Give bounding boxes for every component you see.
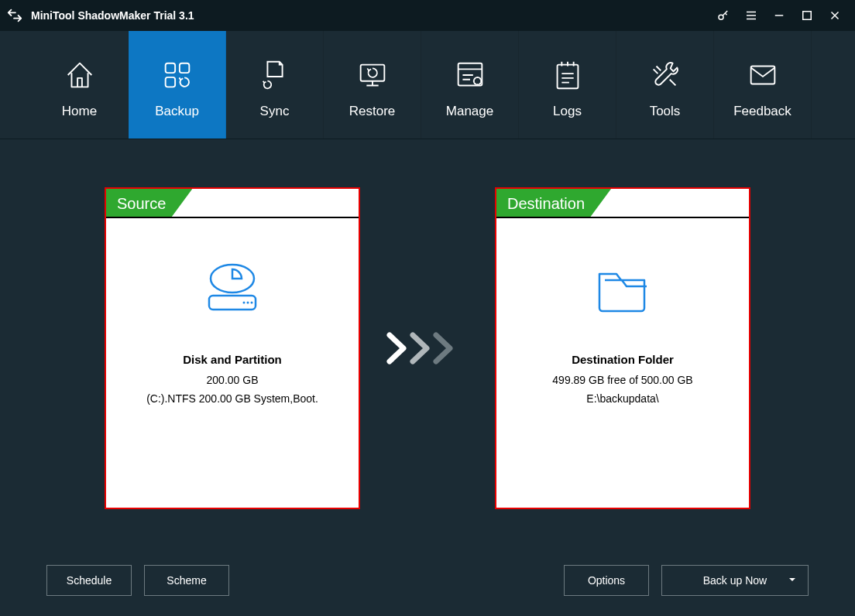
backup-now-button[interactable]: Back up Now bbox=[661, 565, 809, 596]
svg-point-13 bbox=[251, 302, 253, 304]
restore-icon bbox=[355, 56, 390, 94]
source-header: Source bbox=[106, 189, 359, 218]
source-tab-label: Source bbox=[106, 189, 192, 218]
content-area: Source Disk and Partition 200.00 GB (C:)… bbox=[0, 139, 855, 557]
key-icon[interactable] bbox=[709, 0, 737, 31]
logo-icon bbox=[6, 7, 23, 24]
minimize-button[interactable] bbox=[765, 0, 793, 31]
source-detail: (C:).NTFS 200.00 GB System,Boot. bbox=[146, 392, 318, 405]
arrow-icon bbox=[385, 329, 470, 368]
manage-icon bbox=[452, 56, 488, 94]
home-icon bbox=[62, 56, 98, 94]
nav-tools[interactable]: Tools bbox=[616, 31, 714, 139]
chevron-down-icon bbox=[788, 574, 797, 587]
feedback-icon bbox=[745, 56, 781, 94]
menu-icon[interactable] bbox=[737, 0, 765, 31]
nav-label: Manage bbox=[446, 104, 493, 119]
svg-rect-9 bbox=[750, 66, 774, 84]
main-nav: Home Backup Sync bbox=[0, 31, 855, 139]
nav-label: Sync bbox=[260, 104, 290, 119]
source-size: 200.00 GB bbox=[207, 374, 259, 386]
source-card[interactable]: Source Disk and Partition 200.00 GB (C:)… bbox=[105, 187, 360, 509]
svg-rect-5 bbox=[360, 64, 384, 80]
destination-path: E:\backupdata\ bbox=[586, 392, 658, 405]
svg-point-12 bbox=[247, 302, 249, 304]
svg-rect-2 bbox=[165, 63, 174, 72]
folder-icon bbox=[588, 257, 658, 322]
scheme-button[interactable]: Scheme bbox=[144, 565, 229, 596]
logs-icon bbox=[550, 56, 585, 94]
destination-card[interactable]: Destination Destination Folder 499.89 GB… bbox=[495, 187, 750, 509]
tools-icon bbox=[647, 56, 683, 94]
disk-icon bbox=[197, 257, 267, 322]
nav-sync[interactable]: Sync bbox=[226, 31, 324, 139]
schedule-button[interactable]: Schedule bbox=[46, 565, 132, 596]
svg-rect-3 bbox=[179, 63, 188, 72]
source-title: Disk and Partition bbox=[183, 353, 282, 366]
app-logo: MiniTool ShadowMaker Trial 3.1 bbox=[6, 7, 194, 24]
backup-now-label: Back up Now bbox=[703, 574, 767, 587]
svg-point-0 bbox=[719, 15, 723, 19]
options-button[interactable]: Options bbox=[564, 565, 649, 596]
titlebar: MiniTool ShadowMaker Trial 3.1 bbox=[0, 0, 855, 31]
sync-icon bbox=[257, 56, 293, 94]
nav-label: Tools bbox=[650, 104, 681, 119]
svg-rect-4 bbox=[165, 77, 174, 86]
maximize-button[interactable] bbox=[793, 0, 821, 31]
nav-label: Feedback bbox=[733, 104, 791, 119]
svg-point-11 bbox=[243, 302, 246, 304]
nav-label: Restore bbox=[349, 104, 396, 119]
nav-logs[interactable]: Logs bbox=[519, 31, 616, 139]
svg-rect-8 bbox=[557, 64, 578, 88]
nav-label: Logs bbox=[553, 104, 582, 119]
destination-title: Destination Folder bbox=[572, 353, 674, 366]
nav-label: Home bbox=[62, 104, 97, 119]
nav-home[interactable]: Home bbox=[31, 31, 129, 139]
nav-feedback[interactable]: Feedback bbox=[714, 31, 812, 139]
destination-header: Destination bbox=[496, 189, 749, 218]
nav-label: Backup bbox=[155, 104, 199, 119]
svg-rect-1 bbox=[803, 12, 812, 20]
destination-tab-label: Destination bbox=[496, 189, 611, 218]
app-title: MiniTool ShadowMaker Trial 3.1 bbox=[31, 9, 194, 22]
backup-icon bbox=[160, 56, 195, 94]
nav-backup[interactable]: Backup bbox=[129, 31, 226, 139]
nav-restore[interactable]: Restore bbox=[324, 31, 421, 139]
close-button[interactable] bbox=[821, 0, 849, 31]
footer: Schedule Scheme Options Back up Now bbox=[0, 557, 855, 604]
nav-manage[interactable]: Manage bbox=[421, 31, 519, 139]
destination-free: 499.89 GB free of 500.00 GB bbox=[552, 374, 692, 386]
